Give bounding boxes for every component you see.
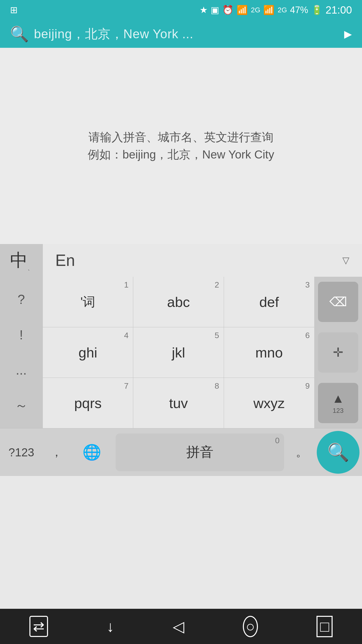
star-icon: ★ bbox=[200, 5, 208, 15]
signal-bars: 📶 bbox=[263, 5, 275, 15]
status-bar-left: ⊞ bbox=[10, 5, 18, 15]
keyboard-area: 中、 En ▽ ? ! ... ～ 1 '词 2 abc bbox=[0, 244, 362, 476]
special-key-question[interactable]: ? bbox=[0, 282, 42, 317]
key-row-1: 1 '词 2 abc 3 def bbox=[43, 277, 314, 327]
pinyin-number: 0 bbox=[275, 436, 280, 445]
back-icon: ◁ bbox=[173, 618, 184, 635]
num-switch-key[interactable]: ?123 bbox=[0, 428, 43, 476]
battery-percent: 47% bbox=[290, 5, 308, 15]
hint-text: 请输入拼音、城市名、英文进行查询 例如：beijing，北京，New York … bbox=[88, 129, 274, 163]
dropdown-arrow-icon: ▽ bbox=[342, 255, 349, 266]
special-key-exclaim[interactable]: ! bbox=[0, 317, 42, 353]
key-3[interactable]: 3 def bbox=[224, 277, 314, 327]
en-label: En bbox=[55, 251, 75, 270]
directional-icon: ✛ bbox=[333, 345, 343, 360]
search-input-text[interactable]: beijing，北京，New York ... bbox=[34, 26, 339, 43]
chinese-lang-key[interactable]: 中、 bbox=[0, 244, 43, 277]
down-icon: ↓ bbox=[107, 618, 114, 635]
globe-icon: 🌐 bbox=[82, 443, 101, 461]
comma-label: ， bbox=[51, 445, 62, 460]
main-content: 请输入拼音、城市名、英文进行查询 例如：beijing，北京，New York … bbox=[0, 48, 362, 244]
period-key[interactable]: 。 bbox=[287, 428, 317, 476]
nav-down-button[interactable]: ↓ bbox=[107, 618, 114, 635]
backspace-icon: ⌫ bbox=[329, 295, 347, 309]
num-switch-label: ?123 bbox=[9, 446, 34, 459]
recent-icon: □ bbox=[316, 616, 333, 637]
shift-key[interactable]: ▲ 123 bbox=[318, 383, 358, 423]
signal-2g-2: 2G bbox=[278, 6, 287, 14]
grid-icon: ⊞ bbox=[10, 5, 18, 15]
key-row-2: 4 ghi 5 jkl 6 mno bbox=[43, 327, 314, 378]
status-bar-right: ★ ▣ ⏰ 📶 2G 📶 2G 47% 🔋 21:00 bbox=[200, 4, 352, 16]
key-9[interactable]: 9 wxyz bbox=[224, 378, 314, 428]
screen-icon: ▣ bbox=[211, 5, 219, 15]
nav-key[interactable]: ✛ bbox=[318, 332, 358, 373]
pinyin-label: 拼音 bbox=[186, 443, 213, 461]
key-row-3: 7 pqrs 8 tuv 9 wxyz bbox=[43, 378, 314, 428]
nav-back-button[interactable]: ◁ bbox=[173, 618, 184, 635]
lang-switch-row: 中、 En ▽ bbox=[0, 244, 362, 277]
globe-key[interactable]: 🌐 bbox=[70, 428, 113, 476]
hint-line-1: 请输入拼音、城市名、英文进行查询 bbox=[88, 129, 274, 146]
hint-line-2: 例如：beijing，北京，New York City bbox=[88, 146, 274, 163]
clock-icon: ⏰ bbox=[222, 5, 234, 15]
key-7[interactable]: 7 pqrs bbox=[43, 378, 133, 428]
battery-icon: 🔋 bbox=[311, 5, 323, 15]
nav-home-button[interactable]: ○ bbox=[243, 616, 258, 637]
backspace-key[interactable]: ⌫ bbox=[318, 282, 358, 322]
special-key-tilde[interactable]: ～ bbox=[0, 388, 42, 423]
search-button[interactable]: 🔍 bbox=[317, 431, 359, 474]
comma-key[interactable]: ， bbox=[43, 428, 70, 476]
swap-icon: ⇄ bbox=[29, 616, 48, 637]
search-icon: 🔍 bbox=[10, 25, 29, 43]
nav-recent-button[interactable]: □ bbox=[316, 616, 333, 637]
clock-time: 21:00 bbox=[326, 4, 352, 16]
home-icon: ○ bbox=[243, 616, 258, 637]
special-key-ellipsis[interactable]: ... bbox=[0, 352, 42, 388]
pinyin-key[interactable]: 拼音 0 bbox=[116, 433, 284, 471]
keyboard-main: 1 '词 2 abc 3 def 4 ghi 5 bbox=[43, 277, 314, 428]
shift-arrow-icon: ▲ bbox=[332, 391, 344, 406]
status-bar: ⊞ ★ ▣ ⏰ 📶 2G 📶 2G 47% 🔋 21:00 bbox=[0, 0, 362, 20]
shift-label: 123 bbox=[333, 407, 343, 415]
keyboard-right-special: ⌫ ✛ ▲ 123 bbox=[314, 277, 362, 428]
key-8[interactable]: 8 tuv bbox=[133, 378, 224, 428]
nav-swap-button[interactable]: ⇄ bbox=[29, 616, 48, 637]
signal-2g: 2G bbox=[251, 6, 260, 14]
keyboard-rows: ? ! ... ～ 1 '词 2 abc 3 def bbox=[0, 277, 362, 428]
period-label: 。 bbox=[296, 445, 307, 460]
key-1[interactable]: 1 '词 bbox=[43, 277, 133, 327]
search-bar[interactable]: 🔍 beijing，北京，New York ... ▶ bbox=[0, 20, 362, 48]
nav-bar: ⇄ ↓ ◁ ○ □ bbox=[0, 609, 362, 644]
keyboard-bottom: ?123 ， 🌐 拼音 0 。 🔍 bbox=[0, 428, 362, 476]
key-6[interactable]: 6 mno bbox=[224, 327, 314, 378]
key-2[interactable]: 2 abc bbox=[133, 277, 224, 327]
chinese-char-icon: 中、 bbox=[10, 249, 33, 272]
key-5[interactable]: 5 jkl bbox=[133, 327, 224, 378]
keyboard-left-special: ? ! ... ～ bbox=[0, 277, 43, 428]
wifi-icon: 📶 bbox=[237, 5, 248, 15]
key-4[interactable]: 4 ghi bbox=[43, 327, 133, 378]
english-lang-key[interactable]: En ▽ bbox=[43, 244, 362, 277]
forward-arrow-icon: ▶ bbox=[344, 28, 352, 40]
search-btn-icon: 🔍 bbox=[327, 442, 349, 463]
